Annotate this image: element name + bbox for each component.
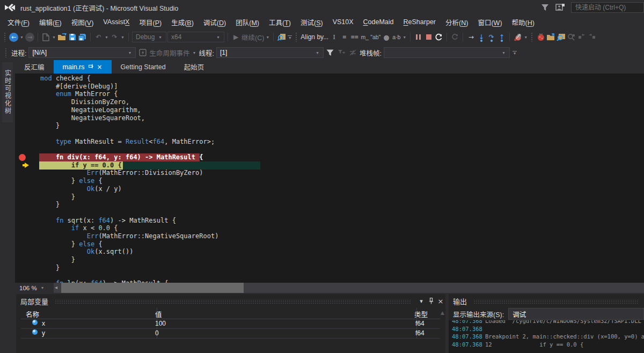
- back-dropdown-caret[interactable]: ▾: [19, 35, 24, 40]
- horizontal-scrollbar[interactable]: ◂: [54, 283, 644, 293]
- locals-row-x[interactable]: x100f64: [21, 319, 440, 329]
- tab-main-rs[interactable]: main.rs×: [54, 60, 112, 73]
- resharper-nav-back-icon[interactable]: [577, 31, 586, 43]
- search-disabled-button[interactable]: [567, 31, 576, 43]
- restart-button[interactable]: [434, 31, 443, 43]
- redo-dropdown-caret[interactable]: ▾: [120, 35, 125, 40]
- menu-item-build[interactable]: 生成(B): [166, 17, 199, 27]
- menu-item-analyze[interactable]: 分析(N): [441, 17, 473, 27]
- live-visual-tree-vertical-tab[interactable]: 实时可视化树: [2, 62, 13, 122]
- menu-item-codemaid[interactable]: CodeMaid: [358, 18, 399, 26]
- find-in-files-button[interactable]: [277, 31, 286, 43]
- save-button[interactable]: [68, 31, 77, 43]
- quick-launch-input[interactable]: [571, 2, 644, 13]
- menu-item-file[interactable]: 文件(F): [3, 17, 34, 27]
- stop-debugging-button[interactable]: [424, 31, 433, 43]
- lifecycle-events-icon[interactable]: [138, 47, 147, 58]
- column-name[interactable]: 名称: [26, 309, 39, 319]
- variable-value[interactable]: 100: [155, 320, 166, 327]
- align-member-button[interactable]: m_: [360, 31, 369, 43]
- locals-title-bar[interactable]: 局部变量 ▾ ×: [16, 294, 445, 308]
- menu-item-project[interactable]: 项目(P): [134, 17, 166, 27]
- output-title-bar[interactable]: 输出: [449, 294, 644, 308]
- navigate-back-button[interactable]: ←: [9, 31, 18, 43]
- ibeam-icon[interactable]: I: [330, 31, 339, 43]
- stack-frame-combo[interactable]: ▾: [384, 47, 510, 58]
- locals-row-y[interactable]: y0f64: [21, 328, 440, 339]
- scrollbar-thumb[interactable]: [61, 283, 244, 293]
- continue-button[interactable]: 继续(C): [241, 31, 264, 43]
- zoom-level-combo[interactable]: 106 %▾: [15, 285, 54, 291]
- toolbar-grip[interactable]: [295, 32, 298, 42]
- apply-code-changes-button[interactable]: [450, 31, 459, 43]
- toolbar-overflow-button[interactable]: ▾: [512, 51, 517, 55]
- menu-item-view[interactable]: 视图(V): [67, 17, 99, 27]
- align-dropdown-caret[interactable]: ▾: [402, 35, 407, 40]
- save-all-button[interactable]: [78, 31, 87, 43]
- toolbar-grip[interactable]: [4, 32, 6, 42]
- breakpoints-dropdown-caret[interactable]: ▾: [523, 35, 528, 40]
- codemaid-button[interactable]: [536, 31, 545, 43]
- solution-platform-combo[interactable]: x64▾: [167, 32, 224, 42]
- pause-button[interactable]: [414, 31, 423, 43]
- continue-play-icon[interactable]: ▶: [231, 31, 240, 43]
- menu-item-help[interactable]: 帮助(H): [507, 17, 539, 27]
- menu-item-test[interactable]: 测试(S): [296, 17, 328, 27]
- undo-button[interactable]: ↶: [94, 31, 103, 43]
- new-file-button[interactable]: [41, 31, 50, 43]
- pin-tab-icon[interactable]: [89, 64, 93, 70]
- solution-configuration-combo[interactable]: Debug▾: [132, 32, 166, 42]
- toolbar-grip[interactable]: [5, 48, 8, 57]
- output-source-combo[interactable]: 调试: [508, 308, 644, 320]
- menu-item-vs10x[interactable]: VS10X: [328, 18, 358, 26]
- show-next-statement-button[interactable]: →: [466, 31, 475, 43]
- undo-dropdown-caret[interactable]: ▾: [104, 35, 109, 40]
- locals-scrollbar-up-icon[interactable]: ▲: [441, 310, 444, 315]
- close-icon[interactable]: ×: [436, 297, 445, 305]
- scroll-left-icon[interactable]: ◂: [55, 284, 57, 290]
- column-value[interactable]: 值: [155, 309, 162, 319]
- toggle-breakpoints-button[interactable]: [513, 31, 522, 43]
- feedback-icon[interactable]: [555, 4, 565, 12]
- output-log[interactable]: 48:07.368Loaded '/cygdrive/c/WINDOWS/Sys…: [449, 320, 644, 353]
- menu-item-edit[interactable]: 编辑(E): [34, 17, 67, 27]
- close-tab-icon[interactable]: ×: [97, 63, 103, 71]
- thread-combo[interactable]: [1]▾: [216, 47, 324, 58]
- filter-threads-icon[interactable]: [326, 47, 335, 58]
- menu-item-window[interactable]: 窗口(W): [473, 17, 507, 27]
- step-out-button[interactable]: ↑: [497, 32, 506, 42]
- step-into-button[interactable]: ↓: [477, 32, 486, 42]
- resharper-nav-forward-icon[interactable]: [587, 31, 596, 43]
- redo-button[interactable]: ↷: [110, 31, 119, 43]
- new-file-dropdown-caret[interactable]: ▾: [52, 35, 56, 40]
- menu-item-tools[interactable]: 工具(T): [264, 17, 296, 27]
- filter-flagged-icon[interactable]: [337, 47, 346, 58]
- open-containing-folder-button[interactable]: [546, 31, 555, 43]
- lifecycle-events-button[interactable]: 生命周期事件: [149, 48, 189, 58]
- toggle-flagged-icon[interactable]: [348, 47, 357, 58]
- toolbar-overflow-button[interactable]: ▾: [287, 35, 292, 39]
- align-ab-button[interactable]: a·b: [392, 31, 401, 43]
- menu-item-debug[interactable]: 调试(D): [199, 17, 231, 27]
- align-dot-button[interactable]: ●: [382, 31, 391, 43]
- window-position-caret-icon[interactable]: ▾: [416, 298, 426, 305]
- menu-item-vassistx[interactable]: VAssistX: [98, 18, 134, 26]
- align-equals-button[interactable]: =: [340, 31, 349, 43]
- locals-column-headers[interactable]: 名称 值 类型: [21, 308, 440, 319]
- pin-icon[interactable]: [426, 298, 436, 304]
- align-double-equals-button[interactable]: ==: [350, 31, 359, 43]
- open-file-button[interactable]: [57, 31, 67, 43]
- lifecycle-dropdown-caret[interactable]: ▾: [192, 50, 197, 55]
- align-by-button[interactable]: Align by...: [301, 31, 328, 43]
- step-over-button[interactable]: ↷: [487, 32, 496, 42]
- notifications-funnel-icon[interactable]: [541, 4, 549, 11]
- tab-getting-started[interactable]: Getting Started: [112, 60, 175, 73]
- tab-disassembly[interactable]: 反汇编: [15, 60, 54, 73]
- align-string-button[interactable]: "ab": [370, 31, 380, 43]
- process-combo[interactable]: [N/A]▾: [28, 47, 136, 58]
- menu-item-team[interactable]: 团队(M): [231, 17, 264, 27]
- continue-dropdown-caret[interactable]: ▾: [265, 35, 270, 40]
- find-in-solution-button[interactable]: [557, 31, 566, 43]
- code-editor[interactable]: mod checked { #[derive(Debug)] enum Math…: [15, 73, 644, 283]
- toolbar-grip[interactable]: [531, 32, 533, 42]
